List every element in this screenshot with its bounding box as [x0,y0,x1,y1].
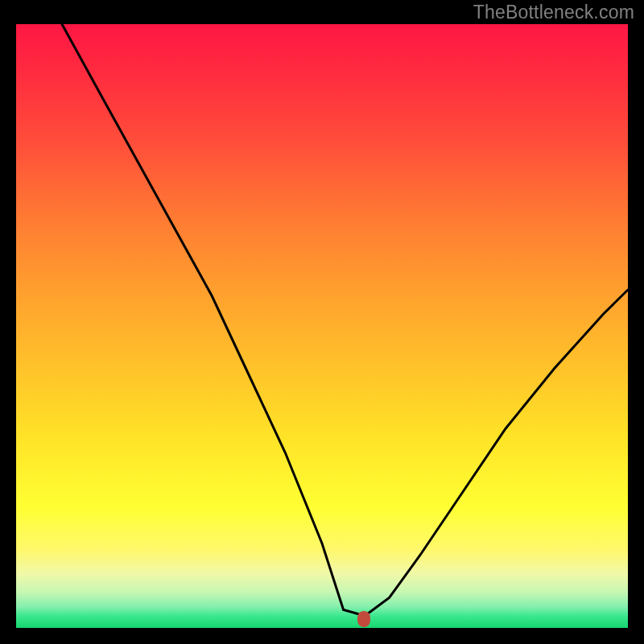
chart-frame: TheBottleneck.com [0,0,644,644]
minimum-marker [357,611,370,627]
plot-area [16,24,628,628]
watermark-text: TheBottleneck.com [473,2,634,23]
bottleneck-curve [16,24,628,628]
